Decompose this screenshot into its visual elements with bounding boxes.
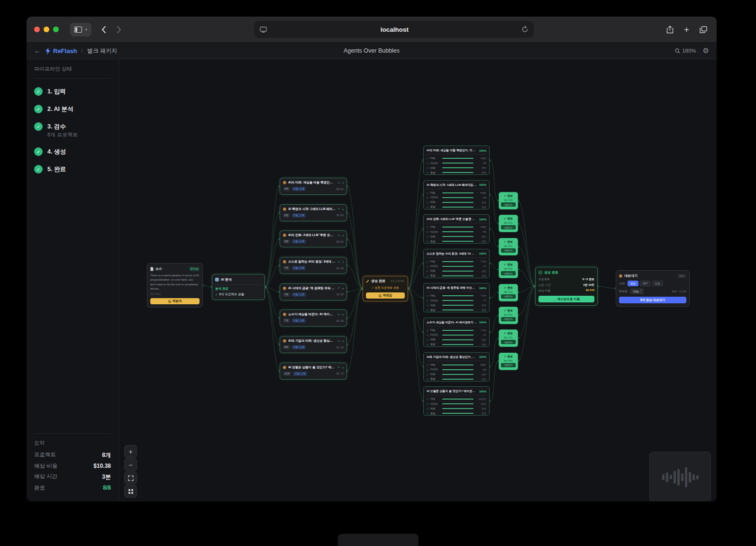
check-circle-icon: ✓ bbox=[34, 165, 43, 173]
app-header: Agents Over Bubbles ← ReFlash / 벌크 패키지 1… bbox=[27, 43, 717, 59]
new-tab-button[interactable]: + bbox=[684, 25, 689, 34]
check-icon: ✓ bbox=[427, 191, 429, 194]
download-button[interactable]: 다운로드 bbox=[501, 340, 516, 344]
script-node[interactable]: AI 시대의 금광: 왜 컴퓨팅 파워 수요는 폭발적... ✓ ▾ 7분 기업… bbox=[280, 283, 347, 300]
progress-bar bbox=[442, 236, 474, 237]
render-duration: 3분 38초 bbox=[504, 267, 513, 270]
progress-node[interactable]: AI 모델은 상품이 될 것인가? 에이전트가 바꾸는 AI 산업... 100… bbox=[423, 386, 490, 416]
chevron-down-icon[interactable]: ▾ bbox=[342, 260, 344, 264]
address-bar[interactable]: localhost bbox=[254, 21, 534, 38]
download-button[interactable]: 다운로드 bbox=[501, 225, 516, 229]
magnifier-icon bbox=[675, 48, 680, 54]
download-button[interactable]: 다운로드 bbox=[501, 202, 516, 207]
progress-node[interactable]: 스스로 일하는 AI의 등장: 3세대 'AI 에이전트'의 작동... 100… bbox=[423, 249, 490, 278]
check-icon: ✓ bbox=[337, 207, 340, 211]
progress-node[interactable]: AI 시대의 금광: 왜 컴퓨팅 파워 수요는 폭발적으로 증가... 100%… bbox=[423, 283, 490, 312]
check-icon: ✓ bbox=[427, 398, 429, 400]
sidebar-toggle-button[interactable]: ▾ bbox=[70, 23, 91, 36]
grid-layout-button[interactable] bbox=[124, 485, 137, 498]
progress-node[interactable]: AI 혁명의 시작: 1세대 LLM 패러다임, ChatGPT의 등... 1… bbox=[423, 180, 490, 209]
progress-percent: 100% bbox=[479, 321, 486, 324]
reedit-button[interactable]: 재편집 bbox=[366, 292, 405, 299]
zoom-out-button[interactable]: − bbox=[124, 458, 137, 471]
subtitle-option-none[interactable]: 없음 bbox=[652, 281, 663, 286]
progress-row: ✓ TTS 6/6문 bbox=[427, 191, 486, 195]
node-title: 생성 완료 bbox=[371, 279, 385, 283]
script-node[interactable]: AI 혁명의 시작: 1세대 LLM 패러다임, Chat... ✓ ▾ 6분 … bbox=[280, 204, 347, 221]
back-button[interactable] bbox=[101, 26, 106, 34]
document-icon bbox=[150, 267, 154, 271]
back-button[interactable]: ← bbox=[34, 47, 41, 55]
progress-row: ✓ TTS 7/7문 bbox=[427, 293, 486, 298]
script-node[interactable]: AI와 기업의 미래: 생산성 향상인가, 대량 해고... ✓ ▾ 8분 기업… bbox=[280, 336, 347, 353]
gear-icon[interactable]: ⚙ bbox=[703, 46, 709, 55]
render-complete-node[interactable]: ✓ 완료 3분 02초 다운로드 bbox=[499, 215, 518, 232]
elapsed-label: 소요 시간 bbox=[538, 283, 551, 287]
app-logo[interactable]: ReFlash bbox=[45, 47, 77, 55]
download-button[interactable]: 다운로드 bbox=[501, 363, 516, 367]
export-videos-button[interactable]: 8개 영상 내보내기 bbox=[619, 297, 686, 303]
generation-complete-node[interactable]: 생성 완료 8개 프로젝트 ✓ 모든 프로젝트 완료 재편집 bbox=[363, 276, 408, 301]
resolution-select[interactable]: 720p ▴▾ bbox=[630, 289, 644, 294]
check-icon: ✓ bbox=[427, 378, 429, 381]
go-to-dashboard-button[interactable]: → 대시보드로 이동 bbox=[538, 296, 594, 302]
page-settings-icon[interactable] bbox=[260, 27, 267, 33]
script-node[interactable]: AI 모델은 상품이 될 것인가? 에이전트가 바꾸... ✓ ▾ 11분 기업… bbox=[280, 363, 347, 380]
script-node[interactable]: 소수가 세상을 바꾼다: AI 에이전트가 경제에 ... ✓ ▾ 7분 기업 … bbox=[280, 309, 347, 327]
chevron-down-icon[interactable]: ▾ bbox=[342, 234, 344, 237]
ai-analysis-node[interactable]: AI 분석 분석 완료 ✓ 8개 프로젝트 분할 bbox=[212, 274, 265, 300]
chevron-down-icon[interactable]: ▾ bbox=[342, 181, 344, 184]
chevron-down-icon[interactable]: ▾ bbox=[342, 208, 344, 211]
reanalyze-button[interactable]: 재분석 bbox=[150, 298, 200, 304]
tab-overview-icon[interactable] bbox=[700, 26, 707, 33]
check-icon: ✓ bbox=[427, 240, 429, 243]
forward-button[interactable] bbox=[117, 26, 122, 34]
chevron-down-icon[interactable]: ▾ bbox=[342, 287, 344, 290]
progress-node[interactable]: AI의 미래: 세상을 바꿀 혁명인가, 거품 낀 버블인가? 100% ✓ T… bbox=[423, 146, 490, 175]
script-node[interactable]: AI의 미래: 세상을 바꿀 혁명인가, 거품 낀 버... ✓ ▾ 4분 기업… bbox=[280, 178, 347, 195]
export-node[interactable]: 내보내기 대기 자막: 합성 SRT 없음 해상도: 720p bbox=[616, 270, 690, 307]
render-complete-node[interactable]: ✓ 완료 3분 38초 다운로드 bbox=[499, 261, 518, 278]
render-complete-node[interactable]: ✓ 완료 3분 36초 다운로드 bbox=[499, 307, 518, 324]
zoom-level: 180% bbox=[682, 48, 696, 54]
reload-icon[interactable] bbox=[522, 26, 528, 33]
render-complete-node[interactable]: ✓ 완료 3분 05초 다운로드 bbox=[499, 238, 518, 255]
download-button[interactable]: 다운로드 bbox=[501, 248, 516, 253]
minimize-window-button[interactable] bbox=[44, 27, 49, 32]
source-node[interactable]: 소스 준비됨 There is a weird paradox in terms… bbox=[147, 263, 203, 308]
task-label: 이미지 bbox=[430, 264, 441, 268]
fit-view-button[interactable] bbox=[124, 472, 137, 484]
script-node[interactable]: 스스로 일하는 AI의 등장: 3세대 'AI 에이전트'... ✓ ▾ 7분 … bbox=[280, 257, 347, 274]
progress-node[interactable]: 소수가 세상을 바꾼다: AI 에이전트가 경제에 미치는 파... 100% … bbox=[423, 318, 490, 347]
chevron-down-icon[interactable]: ▾ bbox=[342, 339, 344, 343]
maximize-window-button[interactable] bbox=[53, 27, 59, 32]
chevron-down-icon[interactable]: ▾ bbox=[342, 313, 344, 316]
generation-summary-node[interactable]: 생성 완료 프로젝트8 / 8 완료 소요 시간3분 36초 예상 비용$0.6… bbox=[535, 267, 598, 306]
subtitle-option-composite[interactable]: 합성 bbox=[628, 281, 638, 286]
task-label: 이미지 bbox=[430, 333, 441, 337]
render-complete-node[interactable]: ✓ 완료 4분 12초 다운로드 bbox=[499, 329, 518, 347]
share-icon[interactable] bbox=[666, 26, 674, 34]
progress-node[interactable]: AI와 기업의 미래: 생산성 향상인가, 대량 해고와 사무직... 100%… bbox=[423, 352, 490, 382]
download-button[interactable]: 다운로드 bbox=[501, 271, 516, 275]
pipeline-steps: ✓ 1. 입력 ✓ 2. AI 분석 ✓ bbox=[34, 87, 111, 173]
progress-row: ✓ TTS 7/7문 bbox=[427, 328, 486, 333]
close-window-button[interactable] bbox=[34, 27, 40, 32]
render-complete-node[interactable]: ✓ 완료 5분 48초 다운로드 bbox=[499, 353, 518, 370]
check-icon: ✓ bbox=[427, 157, 429, 160]
subtitle-option-srt[interactable]: SRT bbox=[640, 281, 651, 286]
progress-bar bbox=[442, 344, 474, 345]
progress-percent: 100% bbox=[479, 287, 486, 290]
minimap[interactable] bbox=[649, 452, 711, 501]
progress-node[interactable]: AI의 진화: 2세대 LLM '추론 모델'은 무엇이 다른가? 100% ✓… bbox=[423, 214, 490, 244]
progress-row: ✓ 자막 완료 bbox=[427, 200, 486, 205]
render-complete-node[interactable]: ✓ 완료 2분 15초 다운로드 bbox=[499, 192, 518, 209]
node-graph-canvas[interactable]: 소스 준비됨 There is a weird paradox in terms… bbox=[119, 59, 717, 501]
render-complete-node[interactable]: ✓ 완료 3분 41초 다운로드 bbox=[499, 284, 518, 301]
download-button[interactable]: 다운로드 bbox=[501, 294, 516, 299]
chevron-down-icon[interactable]: ▾ bbox=[342, 366, 344, 369]
progress-rows: ✓ TTS 11/11문 ✓ 이미지 11/11 bbox=[427, 397, 486, 416]
download-button[interactable]: 다운로드 bbox=[501, 317, 516, 321]
zoom-in-button[interactable]: + bbox=[124, 445, 137, 458]
script-node[interactable]: AI의 진화: 2세대 LLM '추론 모델'은 무엇이 ... ✓ ▾ 6분 … bbox=[280, 230, 347, 247]
